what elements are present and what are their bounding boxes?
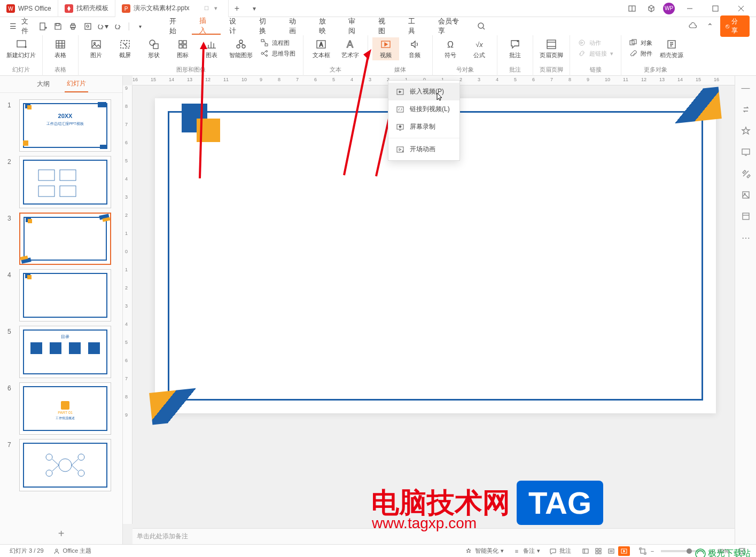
redo-icon[interactable]	[111, 19, 124, 33]
slideshow-view-button[interactable]	[618, 546, 630, 556]
svg-rect-106	[609, 549, 614, 553]
opening-animation-item[interactable]: 开场动画	[388, 140, 459, 158]
notes-button[interactable]: ≡ 备注 ▾	[508, 547, 544, 555]
outline-tab[interactable]: 大纲	[35, 76, 52, 92]
beautify-button[interactable]: 智能美化 ▾	[460, 547, 508, 555]
svg-rect-104	[596, 552, 598, 554]
wordart-button[interactable]: A 艺术字	[337, 37, 363, 60]
screen-record-item[interactable]: 屏幕录制	[388, 118, 459, 136]
slide-thumb-1[interactable]: 1 20XX 工作总结汇报PPT模板	[0, 97, 122, 154]
slides-tab[interactable]: 幻灯片	[65, 76, 88, 92]
menu-tools[interactable]: 工具	[401, 18, 430, 35]
new-file-icon[interactable]	[36, 19, 50, 33]
svg-point-31	[94, 43, 96, 44]
icons-button[interactable]: 图标	[169, 37, 196, 60]
menu-view[interactable]: 视图	[371, 18, 400, 35]
menu-design[interactable]: 设计	[222, 18, 251, 35]
tab-menu-button[interactable]: ▾	[246, 5, 263, 12]
zoom-out-icon[interactable]: −	[648, 547, 657, 555]
tab-document[interactable]: P 演示文稿素材2.pptx ☐ ▾	[115, 0, 229, 17]
cloud-icon[interactable]	[686, 19, 700, 33]
equation-button[interactable]: √x 公式	[466, 37, 493, 60]
present-icon[interactable]	[740, 146, 752, 158]
print-icon[interactable]	[66, 19, 80, 33]
cube-icon[interactable]	[644, 1, 659, 16]
reading-view-button[interactable]	[605, 546, 617, 556]
undo-icon[interactable]: ▾	[96, 19, 110, 33]
slide-list[interactable]: 1 20XX 工作总结汇报PPT模板 2 3	[0, 93, 122, 523]
normal-view-button[interactable]	[580, 546, 591, 556]
textbox-button[interactable]: A 文本框	[308, 37, 334, 60]
star-icon[interactable]	[740, 125, 752, 137]
tab-dropdown-icon[interactable]: ▾	[214, 5, 222, 12]
menu-animation[interactable]: 动画	[282, 18, 310, 35]
menu-toggle-button[interactable]: ☰	[6, 19, 20, 33]
menu-transition[interactable]: 切换	[252, 18, 280, 35]
object-icon	[629, 38, 637, 47]
header-footer-button[interactable]: 页眉页脚	[537, 37, 565, 60]
new-tab-button[interactable]: +	[229, 4, 246, 13]
tab-options-icon[interactable]: ☐	[202, 4, 211, 13]
menu-slideshow[interactable]: 放映	[311, 18, 340, 35]
maximize-button[interactable]	[705, 1, 726, 16]
transfer-icon[interactable]	[740, 104, 752, 115]
sorter-view-button[interactable]	[593, 546, 604, 556]
minimize-button[interactable]	[679, 1, 700, 16]
table-button[interactable]: 表格	[47, 37, 74, 60]
save-icon[interactable]	[51, 19, 65, 33]
minimize-sidebar-icon[interactable]: —	[740, 82, 752, 94]
svg-rect-105	[599, 552, 601, 554]
add-slide-button[interactable]: +	[0, 523, 122, 544]
screenshot-button[interactable]: 截屏	[112, 37, 138, 60]
object-button[interactable]: 对象	[626, 37, 656, 48]
slide-thumb-7[interactable]: 7	[0, 437, 122, 493]
tab-docer-template[interactable]: 找稻壳模板	[58, 0, 115, 17]
symbol-button[interactable]: Ω 符号	[437, 37, 464, 60]
more-icon[interactable]: ⋯	[740, 232, 752, 244]
comments-button[interactable]: 批注	[544, 547, 575, 555]
window-layout-icon[interactable]	[625, 1, 640, 16]
user-avatar[interactable]: WP	[663, 3, 675, 14]
comment-button[interactable]: 批注	[502, 37, 528, 60]
print-preview-icon[interactable]	[81, 19, 95, 33]
menu-start[interactable]: 开始	[162, 18, 191, 35]
svg-rect-8	[713, 6, 718, 11]
attachment-button[interactable]: 附件	[626, 48, 656, 59]
tools-icon[interactable]	[740, 168, 752, 179]
share-button[interactable]: ⎋ 分享	[720, 15, 750, 37]
attachment-icon	[629, 49, 637, 58]
qat-dropdown-icon[interactable]: ▾	[133, 19, 147, 33]
slide-thumb-6[interactable]: 6 PART 01 工作情况概述	[0, 380, 122, 437]
menu-member[interactable]: 会员专享	[431, 18, 473, 35]
menu-insert[interactable]: 插入	[192, 18, 221, 35]
close-button[interactable]	[730, 1, 752, 16]
new-slide-button[interactable]: 新建幻灯片	[4, 37, 38, 60]
slide-thumb-2[interactable]: 2	[0, 154, 122, 210]
search-icon[interactable]	[474, 19, 488, 33]
ribbon-group-graphics: 图片 截屏 形状 图标 图表 智能图形	[79, 35, 303, 76]
svg-point-20	[478, 23, 484, 28]
flowchart-button[interactable]: 流程图	[257, 37, 299, 48]
chart-button[interactable]: 图表	[198, 37, 225, 60]
tab-wps-office[interactable]: W WPS Office	[0, 0, 58, 17]
menu-review[interactable]: 审阅	[341, 18, 370, 35]
shapes-button[interactable]: 形状	[141, 37, 167, 60]
link-video-item[interactable]: 链接到视频(L)	[388, 100, 459, 118]
embed-video-item[interactable]: 嵌入视频(P)	[388, 83, 459, 100]
fit-slide-icon[interactable]	[638, 547, 647, 555]
mindmap-button[interactable]: 思维导图	[257, 48, 299, 59]
svg-rect-93	[742, 149, 750, 154]
slide-thumb-3[interactable]: 3	[0, 210, 122, 267]
audio-button[interactable]: 音频	[401, 37, 428, 60]
video-button[interactable]: 视频	[372, 37, 399, 60]
smartart-button[interactable]: 智能图形	[227, 37, 255, 60]
theme-info[interactable]: Office 主题	[48, 547, 96, 555]
collapse-ribbon-icon[interactable]: ⌃	[703, 19, 717, 33]
slide-thumb-4[interactable]: 4	[0, 267, 122, 324]
layers-icon[interactable]	[740, 210, 752, 222]
file-menu[interactable]: 文件	[21, 19, 35, 33]
slide-thumb-5[interactable]: 5 目录	[0, 324, 122, 380]
material-icon[interactable]	[740, 189, 752, 201]
docer-resource-button[interactable]: 稻壳资源	[658, 37, 685, 60]
image-button[interactable]: 图片	[83, 37, 110, 60]
